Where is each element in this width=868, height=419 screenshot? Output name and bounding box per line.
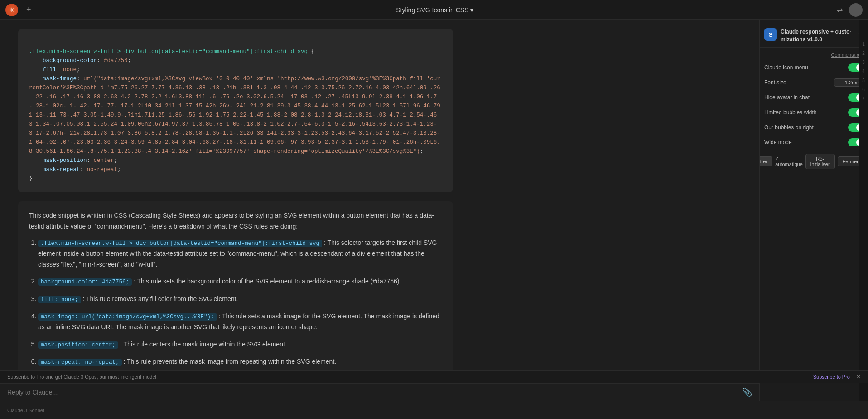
css-value-bg: #da7756 — [104, 58, 128, 64]
css-property-mask: mask-image — [43, 76, 77, 82]
panel-row-limited-bubbles: Limited bubbles width — [760, 105, 868, 120]
panel-row-font-size: Font size — [760, 75, 868, 90]
panel-row-bubbles-right: Our bubbles on right — [760, 120, 868, 135]
reply-input[interactable] — [7, 389, 742, 396]
reset-button[interactable]: Ré-initialiser — [805, 154, 835, 169]
list-item: background-color: #da7756; : This rule s… — [38, 276, 442, 287]
explanation-6: : This rule prevents the mask image from… — [123, 358, 336, 365]
conversation-title: Styling SVG Icons in CSS ▾ — [39, 6, 830, 14]
css-value-mask-rep: no-repeat — [87, 166, 118, 173]
panel-title: Claude responsive + custo- mizations v1.… — [781, 28, 858, 44]
line-3: 3 — [862, 58, 865, 67]
avatar — [849, 3, 863, 17]
response-text: This code snippet is written in CSS (Cas… — [18, 201, 453, 383]
response-list: .flex.min-h-screen.w-full > div button[d… — [29, 238, 442, 368]
logo-icon: ✳ — [5, 4, 18, 16]
code-block: .flex.min-h-screen.w-full > div button[d… — [18, 29, 453, 192]
line-1: 1 — [862, 40, 865, 49]
css-value-fill: none — [63, 67, 77, 73]
code-snippet-6: mask-repeat: no-repeat; — [38, 359, 122, 366]
code-snippet-5: mask-position: center; — [38, 341, 118, 349]
save-button[interactable]: Enregistrer — [759, 156, 772, 166]
line-2: 2 — [862, 49, 865, 58]
subscribe-actions: Subscribe to Pro ✕ — [813, 374, 861, 380]
list-item: mask-position: center; : This rule cente… — [38, 339, 442, 350]
css-property-bg: background-color — [43, 58, 97, 64]
chat-area: .flex.min-h-screen.w-full > div button[d… — [0, 20, 759, 401]
panel-row-wide-mode: Wide mode — [760, 135, 868, 150]
explanation-2: : This rule sets the background color of… — [134, 278, 401, 285]
css-property-fill: fill — [43, 67, 56, 73]
list-item: fill: none; : This rule removes any fill… — [38, 294, 442, 305]
auto-label: ✓ automatique — [775, 156, 803, 167]
subscribe-close-button[interactable]: ✕ — [856, 374, 861, 380]
settings-icon-button[interactable]: ⇌ — [835, 4, 844, 16]
panel-row-claude-icon-menu: Claude icon menu — [760, 60, 868, 75]
hide-avatar-label: Hide avatar in chat — [764, 94, 810, 101]
panel-logo: S — [764, 28, 777, 41]
list-item: .flex.min-h-screen.w-full > div button[d… — [38, 238, 442, 270]
bubbles-right-label: Our bubbles on right — [764, 124, 814, 131]
top-bar: ✳ + Styling SVG Icons in CSS ▾ ⇌ — [0, 0, 868, 20]
line-5: 5 — [862, 76, 865, 85]
code-snippet-3: fill: none; — [38, 296, 81, 303]
wide-mode-label: Wide mode — [764, 139, 792, 146]
explanation-3: : This rule removes any fill color from … — [82, 295, 238, 302]
panel-header: S Claude responsive + custo- mizations v… — [760, 24, 868, 48]
css-value-mask: url("data:image/svg+xml,%3Csvg viewBox='… — [29, 76, 444, 155]
panel-row-hide-avatar: Hide avatar in chat — [760, 90, 868, 105]
css-property-mask-rep: mask-repeat — [43, 166, 80, 173]
claude-icon-menu-label: Claude icon menu — [764, 64, 808, 71]
subscribe-link[interactable]: Subscribe to Pro — [813, 374, 850, 380]
line-numbers: 1 2 3 4 5 6 7 — [859, 20, 868, 401]
panel-buttons: Enregistrer ✓ automatique Ré-initialiser… — [760, 150, 868, 173]
logo-symbol: ✳ — [9, 6, 14, 14]
limited-bubbles-label: Limited bubbles width — [764, 109, 816, 116]
list-item: mask-image: url("data:image/svg+xml,%3Cs… — [38, 311, 442, 333]
code-snippet-2: background-color: #da7756; — [38, 278, 132, 286]
line-6: 6 — [862, 85, 865, 94]
main-content: .flex.min-h-screen.w-full > div button[d… — [0, 20, 868, 401]
top-right-icons: ⇌ — [835, 3, 863, 17]
reply-box: 📎 — [0, 383, 759, 401]
comments-link[interactable]: Commentaires — [760, 50, 868, 60]
css-selector: .flex.min-h-screen.w-full > div button[d… — [29, 49, 308, 55]
line-4: 4 — [862, 67, 865, 76]
model-label: Claude 3 Sonnet — [7, 408, 44, 413]
code-snippet-4: mask-image: url("data:image/svg+xml,%3Cs… — [38, 313, 217, 321]
new-chat-button[interactable]: + — [23, 3, 35, 16]
line-7: 7 — [862, 94, 865, 103]
response-intro: This code snippet is written in CSS (Cas… — [29, 210, 442, 232]
subscribe-text: Subscribe to Pro and get Claude 3 Opus, … — [7, 374, 158, 380]
subscribe-bar: Subscribe to Pro and get Claude 3 Opus, … — [0, 370, 868, 383]
bottom-bar: Claude 3 Sonnet — [0, 401, 868, 419]
css-value-mask-pos: center — [94, 157, 114, 164]
explanation-5: : This rule centers the mask image withi… — [120, 341, 287, 348]
list-item: mask-repeat: no-repeat; : This rule prev… — [38, 356, 442, 367]
right-panel: S Claude responsive + custo- mizations v… — [759, 20, 868, 401]
code-snippet-1: .flex.min-h-screen.w-full > div button[d… — [38, 240, 322, 247]
css-property-mask-pos: mask-position — [43, 157, 87, 164]
attach-icon[interactable]: 📎 — [742, 387, 752, 397]
font-size-label: Font size — [764, 79, 786, 86]
